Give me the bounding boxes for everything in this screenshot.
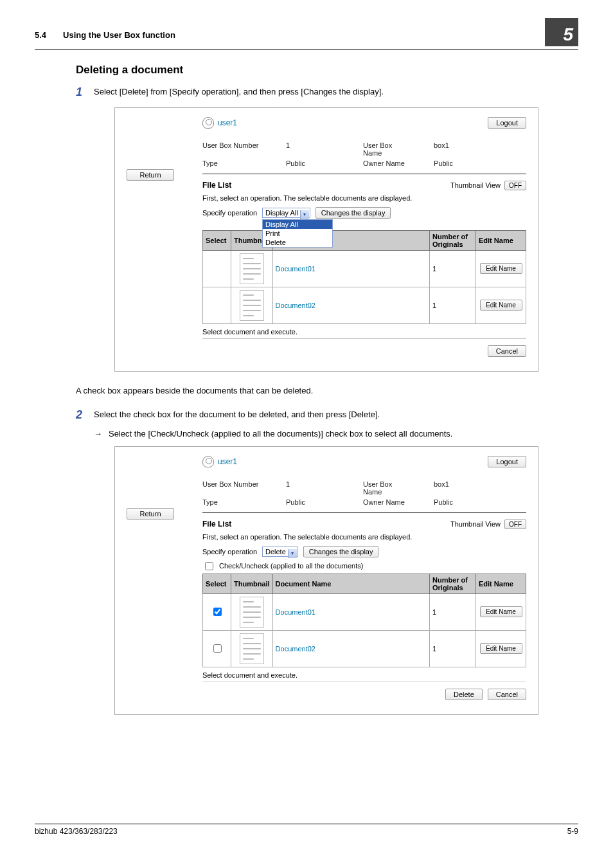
num-originals: 1: [430, 250, 476, 287]
cancel-button[interactable]: Cancel: [488, 689, 526, 700]
box-number-label: User Box Number: [202, 141, 286, 157]
owner-value: Public: [434, 159, 526, 167]
page-header: 5.4 Using the User Box function 5: [35, 23, 578, 50]
owner-label: Owner Name: [363, 159, 434, 167]
doc-name[interactable]: Document01: [276, 608, 315, 616]
doc-name[interactable]: Document02: [276, 645, 315, 653]
col-select: Select: [203, 230, 231, 250]
logout-button[interactable]: Logout: [488, 456, 526, 467]
col-docname: Document Name: [272, 574, 429, 593]
step-text: Select [Delete] from [Specify operation]…: [94, 86, 384, 100]
select-execute-msg: Select document and execute.: [202, 671, 526, 679]
thumbnail-view-off-button[interactable]: OFF: [504, 181, 526, 190]
file-list-label: File List: [202, 520, 231, 529]
specify-operation-label: Specify operation: [202, 209, 257, 217]
owner-label: Owner Name: [363, 498, 434, 506]
user-icon: [202, 456, 214, 467]
col-editname: Edit Name: [476, 230, 526, 250]
num-originals: 1: [430, 593, 476, 630]
type-value: Public: [286, 498, 363, 506]
after-shot-1-text: A check box appears beside the documents…: [76, 384, 578, 397]
thumbnail-view-off-button[interactable]: OFF: [504, 520, 526, 529]
first-hint: First, select an operation. The selectab…: [202, 533, 526, 541]
specify-operation-select[interactable]: Delete ▾: [262, 548, 298, 556]
option-delete[interactable]: Delete: [263, 238, 332, 247]
edit-name-button[interactable]: Edit Name: [480, 300, 522, 311]
edit-name-button[interactable]: Edit Name: [480, 643, 522, 654]
logout-button[interactable]: Logout: [488, 117, 526, 129]
step-text: Select the check box for the document to…: [94, 408, 380, 422]
col-editname: Edit Name: [476, 574, 526, 593]
thumbnail-view-label: Thumbnail View: [450, 181, 501, 189]
page-footer: bizhub 423/363/283/223 5-9: [35, 824, 578, 836]
num-originals: 1: [430, 630, 476, 667]
box-number-label: User Box Number: [202, 480, 286, 496]
username: user1: [218, 118, 237, 127]
step-2-bullet: → Select the [Check/Uncheck (applied to …: [94, 429, 578, 439]
col-numorig: Number of Originals: [430, 574, 476, 593]
app-screenshot-2: Return user1 Logout User Box Number 1 Us…: [114, 446, 538, 715]
col-thumbnail: Thumbnail: [231, 574, 273, 593]
changes-display-button[interactable]: Changes the display: [303, 546, 379, 557]
box-name-value: box1: [434, 480, 526, 496]
file-list-label: File List: [202, 181, 231, 190]
chevron-down-icon: ▾: [300, 210, 309, 219]
app-screenshot-1: Return user1 Logout User Box Number 1 Us…: [114, 107, 538, 372]
table-row: Document02 1 Edit Name: [203, 287, 526, 323]
first-hint: First, select an operation. The selectab…: [202, 194, 526, 202]
footer-left: bizhub 423/363/283/223: [35, 827, 118, 836]
step-1: 1 Select [Delete] from [Specify operatio…: [76, 86, 578, 100]
table-row: Document01 1 Edit Name: [203, 593, 526, 630]
owner-value: Public: [434, 498, 526, 506]
cancel-button[interactable]: Cancel: [488, 345, 526, 357]
table-row: Document01 1 Edit Name: [203, 250, 526, 287]
row-checkbox[interactable]: [213, 608, 222, 616]
edit-name-button[interactable]: Edit Name: [480, 263, 522, 274]
col-numorig: Number of Originals: [430, 230, 476, 250]
thumbnail-icon: [240, 633, 264, 664]
specify-operation-label: Specify operation: [202, 548, 257, 556]
row-checkbox[interactable]: [213, 644, 222, 653]
box-name-value: box1: [434, 141, 526, 157]
box-number-value: 1: [286, 480, 363, 496]
doc-name[interactable]: Document02: [276, 302, 315, 309]
box-name-label: User Box Name: [363, 480, 434, 496]
col-select: Select: [203, 574, 231, 593]
box-number-value: 1: [286, 141, 363, 157]
changes-display-button[interactable]: Changes the display: [315, 207, 391, 219]
type-label: Type: [202, 498, 286, 506]
num-originals: 1: [430, 287, 476, 323]
thumbnail-icon: [240, 290, 264, 321]
edit-name-button[interactable]: Edit Name: [480, 606, 522, 617]
thumbnail-view-label: Thumbnail View: [450, 520, 501, 528]
thumbnail-icon: [240, 597, 264, 628]
thumbnail-icon: [240, 253, 264, 284]
type-value: Public: [286, 159, 363, 167]
select-execute-msg: Select document and execute.: [202, 328, 526, 336]
user-icon: [202, 117, 214, 129]
box-name-label: User Box Name: [363, 141, 434, 157]
specify-operation-select[interactable]: Display All ▾ Display All Print Delete: [262, 209, 310, 217]
username: user1: [218, 457, 237, 466]
section-number: 5.4: [35, 30, 46, 40]
step-number: 1: [76, 86, 94, 100]
table-row: Document02 1 Edit Name: [203, 630, 526, 667]
chapter-badge: 5: [545, 18, 578, 46]
check-uncheck-label: Check/Uncheck (applied to all the docume…: [219, 562, 363, 570]
section-title: Using the User Box function: [63, 30, 175, 40]
footer-right: 5-9: [567, 827, 578, 836]
step-number: 2: [76, 408, 94, 422]
return-button[interactable]: Return: [127, 508, 174, 520]
chevron-down-icon: ▾: [288, 549, 297, 558]
option-print[interactable]: Print: [263, 229, 332, 238]
subheading: Deleting a document: [76, 64, 578, 77]
arrow-icon: →: [94, 429, 102, 439]
specify-operation-dropdown[interactable]: Display All Print Delete: [262, 219, 333, 248]
step-2: 2 Select the check box for the document …: [76, 408, 578, 422]
delete-button[interactable]: Delete: [445, 689, 483, 700]
doc-name[interactable]: Document01: [276, 265, 315, 273]
check-uncheck-all[interactable]: [205, 562, 213, 570]
type-label: Type: [202, 159, 286, 167]
option-display-all[interactable]: Display All: [263, 220, 332, 229]
return-button[interactable]: Return: [127, 169, 174, 181]
